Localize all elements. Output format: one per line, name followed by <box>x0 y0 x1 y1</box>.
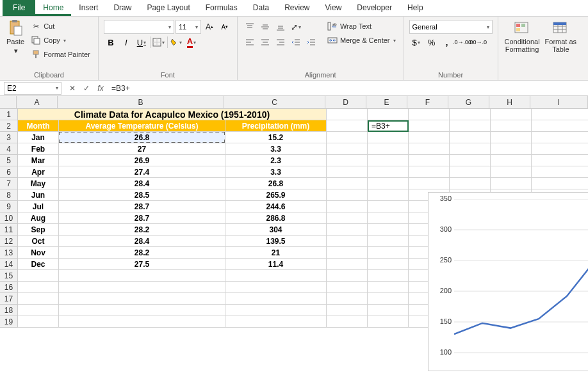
cell[interactable] <box>450 143 491 155</box>
cell[interactable] <box>409 132 450 143</box>
font-color-button[interactable]: A▾ <box>184 35 199 49</box>
cell[interactable] <box>327 189 368 201</box>
cell[interactable] <box>491 132 532 143</box>
cell[interactable] <box>59 293 225 305</box>
cell[interactable] <box>327 212 368 224</box>
align-left-button[interactable] <box>243 35 257 49</box>
row-header-17[interactable]: 17 <box>0 293 18 305</box>
cell[interactable]: Jun <box>18 189 59 201</box>
col-header-A[interactable]: A <box>17 96 58 109</box>
cell[interactable] <box>368 178 409 189</box>
cell[interactable]: 28.7 <box>59 201 225 212</box>
conditional-formatting-button[interactable]: Conditional Formatting <box>502 19 543 70</box>
col-header-F[interactable]: F <box>407 96 448 109</box>
cell[interactable]: 244.6 <box>225 201 327 212</box>
cell[interactable]: Jan <box>18 132 59 143</box>
cell[interactable] <box>59 270 225 282</box>
cell[interactable] <box>327 305 368 316</box>
row-header-7[interactable]: 7 <box>0 178 18 189</box>
cell[interactable]: 28.7 <box>59 212 225 224</box>
cell[interactable]: 304 <box>225 224 327 236</box>
cell[interactable]: 28.4 <box>59 178 225 189</box>
cell-E2-selected[interactable]: =B3+ <box>368 120 409 132</box>
cell[interactable] <box>327 109 368 120</box>
cell[interactable] <box>368 212 409 224</box>
align-right-button[interactable] <box>274 35 288 49</box>
cell[interactable] <box>491 143 532 155</box>
cell[interactable]: 21 <box>225 247 327 259</box>
cell[interactable] <box>368 201 409 212</box>
col-header-D[interactable]: D <box>325 96 366 109</box>
cell[interactable] <box>368 247 409 259</box>
cell[interactable] <box>225 293 327 305</box>
cell[interactable] <box>409 143 450 155</box>
cell[interactable]: 28.5 <box>59 189 225 201</box>
cell[interactable]: 28.4 <box>59 236 225 247</box>
cell[interactable] <box>368 224 409 236</box>
cell[interactable] <box>18 293 59 305</box>
cell[interactable] <box>18 316 59 328</box>
cell[interactable] <box>409 166 450 178</box>
fx-button[interactable]: fx <box>94 82 108 95</box>
tab-insert[interactable]: Insert <box>71 0 106 16</box>
cell[interactable] <box>450 166 491 178</box>
comma-button[interactable]: , <box>440 35 454 49</box>
cell[interactable]: 27 <box>59 143 225 155</box>
row-header-3[interactable]: 3 <box>0 132 18 143</box>
row-header-16[interactable]: 16 <box>0 282 18 293</box>
cell[interactable] <box>491 166 532 178</box>
cell[interactable] <box>532 155 588 166</box>
row-header-19[interactable]: 19 <box>0 316 18 328</box>
cell[interactable] <box>450 132 491 143</box>
cell[interactable] <box>532 143 588 155</box>
cell[interactable] <box>368 236 409 247</box>
cell-title-merged[interactable]: Climate Data for Acapulco Mexico (1951-2… <box>18 109 327 120</box>
cell[interactable] <box>18 270 59 282</box>
cell[interactable]: Apr <box>18 166 59 178</box>
row-header-12[interactable]: 12 <box>0 236 18 247</box>
cell[interactable]: 3.3 <box>225 166 327 178</box>
tab-draw[interactable]: Draw <box>106 0 139 16</box>
cell[interactable] <box>327 120 368 132</box>
align-center-button[interactable] <box>258 35 272 49</box>
decrease-indent-button[interactable] <box>289 35 303 49</box>
row-header-18[interactable]: 18 <box>0 305 18 316</box>
row-header-9[interactable]: 9 <box>0 201 18 212</box>
cell[interactable] <box>225 282 327 293</box>
cell[interactable]: Dec <box>18 259 59 270</box>
cell[interactable]: 26.8 <box>59 132 225 143</box>
cell[interactable] <box>327 132 368 143</box>
cells-area[interactable]: Climate Data for Acapulco Mexico (1951-2… <box>18 109 588 384</box>
cell[interactable] <box>225 270 327 282</box>
cell[interactable] <box>450 155 491 166</box>
col-header-C[interactable]: C <box>224 96 325 109</box>
increase-font-button[interactable]: A▴ <box>202 20 216 34</box>
paste-button[interactable]: Paste ▾ <box>4 19 27 70</box>
tab-file[interactable]: File <box>3 0 35 16</box>
cell[interactable] <box>409 178 450 189</box>
currency-button[interactable]: $▾ <box>409 35 423 49</box>
col-header-H[interactable]: H <box>489 96 530 109</box>
font-size-select[interactable]: 11▾ <box>176 20 201 34</box>
cell[interactable]: May <box>18 178 59 189</box>
formula-input[interactable]: =B3+ <box>108 84 588 93</box>
merge-center-button[interactable]: Merge & Center▾ <box>325 34 398 47</box>
cell[interactable] <box>450 178 491 189</box>
cell[interactable]: Aug <box>18 212 59 224</box>
cell[interactable] <box>327 316 368 328</box>
row-header-8[interactable]: 8 <box>0 189 18 201</box>
cell[interactable] <box>532 166 588 178</box>
row-header-4[interactable]: 4 <box>0 143 18 155</box>
cell[interactable] <box>532 132 588 143</box>
cell-header-month[interactable]: Month <box>18 120 59 132</box>
tab-view[interactable]: View <box>318 0 350 16</box>
tab-developer[interactable]: Developer <box>349 0 400 16</box>
cell[interactable] <box>225 316 327 328</box>
col-header-G[interactable]: G <box>448 96 489 109</box>
row-header-14[interactable]: 14 <box>0 259 18 270</box>
cell[interactable] <box>327 247 368 259</box>
cell[interactable] <box>327 259 368 270</box>
cell[interactable]: 15.2 <box>225 132 327 143</box>
row-header-10[interactable]: 10 <box>0 212 18 224</box>
format-painter-button[interactable]: Format Painter <box>28 48 93 61</box>
